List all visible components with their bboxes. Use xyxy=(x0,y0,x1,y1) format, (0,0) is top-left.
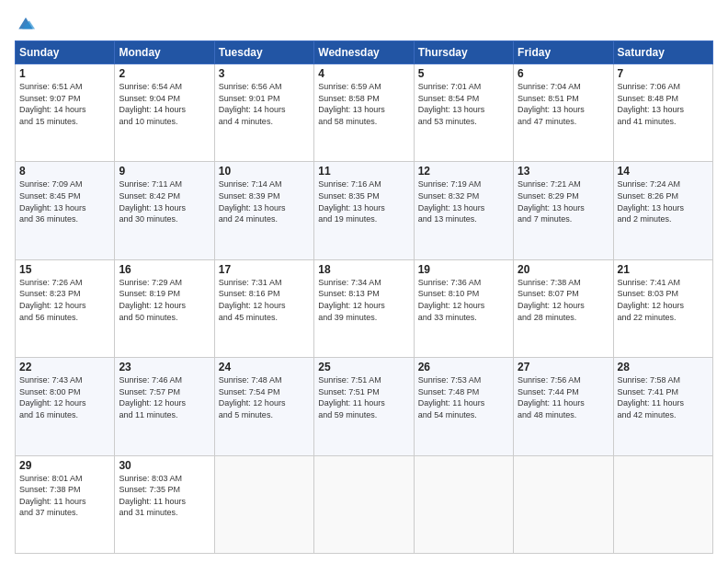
cell-info: Sunrise: 7:58 AM Sunset: 7:41 PM Dayligh… xyxy=(618,374,709,420)
day-number: 11 xyxy=(318,165,409,178)
calendar-cell: 29Sunrise: 8:01 AM Sunset: 7:38 PM Dayli… xyxy=(16,455,115,553)
cell-info: Sunrise: 7:14 AM Sunset: 8:39 PM Dayligh… xyxy=(219,178,310,224)
logo-icon xyxy=(15,15,37,33)
calendar-cell: 24Sunrise: 7:48 AM Sunset: 7:54 PM Dayli… xyxy=(214,358,313,455)
calendar-cell: 21Sunrise: 7:41 AM Sunset: 8:03 PM Dayli… xyxy=(613,259,712,357)
day-number: 1 xyxy=(19,67,110,80)
cell-info: Sunrise: 7:46 AM Sunset: 7:57 PM Dayligh… xyxy=(119,374,210,420)
calendar-cell xyxy=(214,455,313,553)
cell-info: Sunrise: 7:11 AM Sunset: 8:42 PM Dayligh… xyxy=(119,178,210,224)
day-number: 9 xyxy=(119,165,210,178)
day-of-week-wednesday: Wednesday xyxy=(314,41,414,64)
day-of-week-saturday: Saturday xyxy=(613,41,712,64)
calendar-cell xyxy=(514,455,613,553)
calendar-cell: 3Sunrise: 6:56 AM Sunset: 9:01 PM Daylig… xyxy=(214,64,313,162)
cell-info: Sunrise: 7:06 AM Sunset: 8:48 PM Dayligh… xyxy=(618,81,709,127)
calendar-cell: 19Sunrise: 7:36 AM Sunset: 8:10 PM Dayli… xyxy=(414,259,513,357)
cell-info: Sunrise: 7:48 AM Sunset: 7:54 PM Dayligh… xyxy=(219,374,310,420)
day-number: 28 xyxy=(618,361,709,373)
calendar-cell: 11Sunrise: 7:16 AM Sunset: 8:35 PM Dayli… xyxy=(314,162,414,259)
cell-info: Sunrise: 7:36 AM Sunset: 8:10 PM Dayligh… xyxy=(418,277,509,323)
calendar-header-row: SundayMondayTuesdayWednesdayThursdayFrid… xyxy=(16,41,713,64)
day-of-week-sunday: Sunday xyxy=(16,41,115,64)
cell-info: Sunrise: 7:53 AM Sunset: 7:48 PM Dayligh… xyxy=(418,374,509,420)
calendar-cell: 23Sunrise: 7:46 AM Sunset: 7:57 PM Dayli… xyxy=(115,358,214,455)
day-number: 12 xyxy=(418,165,509,178)
calendar-cell: 25Sunrise: 7:51 AM Sunset: 7:51 PM Dayli… xyxy=(314,358,414,455)
cell-info: Sunrise: 8:01 AM Sunset: 7:38 PM Dayligh… xyxy=(19,473,110,519)
day-number: 16 xyxy=(119,263,210,276)
day-number: 15 xyxy=(19,263,110,276)
calendar-cell xyxy=(314,455,414,553)
day-of-week-tuesday: Tuesday xyxy=(214,41,313,64)
day-number: 30 xyxy=(119,459,210,472)
day-of-week-monday: Monday xyxy=(115,41,214,64)
calendar-cell: 10Sunrise: 7:14 AM Sunset: 8:39 PM Dayli… xyxy=(214,162,313,259)
day-number: 27 xyxy=(518,361,609,373)
calendar-cell xyxy=(613,455,712,553)
calendar-cell: 2Sunrise: 6:54 AM Sunset: 9:04 PM Daylig… xyxy=(115,64,214,162)
day-number: 10 xyxy=(219,165,310,178)
cell-info: Sunrise: 7:43 AM Sunset: 8:00 PM Dayligh… xyxy=(19,374,110,420)
cell-info: Sunrise: 7:26 AM Sunset: 8:23 PM Dayligh… xyxy=(19,277,110,323)
header xyxy=(15,15,713,33)
cell-info: Sunrise: 7:51 AM Sunset: 7:51 PM Dayligh… xyxy=(318,374,409,420)
calendar-cell: 15Sunrise: 7:26 AM Sunset: 8:23 PM Dayli… xyxy=(16,259,115,357)
day-number: 14 xyxy=(618,165,709,178)
cell-info: Sunrise: 7:09 AM Sunset: 8:45 PM Dayligh… xyxy=(19,178,110,224)
day-number: 19 xyxy=(418,263,509,276)
calendar-table: SundayMondayTuesdayWednesdayThursdayFrid… xyxy=(15,40,713,554)
calendar-cell: 30Sunrise: 8:03 AM Sunset: 7:35 PM Dayli… xyxy=(115,455,214,553)
calendar-cell: 7Sunrise: 7:06 AM Sunset: 8:48 PM Daylig… xyxy=(613,64,712,162)
calendar-cell: 14Sunrise: 7:24 AM Sunset: 8:26 PM Dayli… xyxy=(613,162,712,259)
day-number: 7 xyxy=(618,67,709,80)
cell-info: Sunrise: 6:56 AM Sunset: 9:01 PM Dayligh… xyxy=(219,81,310,127)
day-number: 21 xyxy=(618,263,709,276)
calendar-cell: 20Sunrise: 7:38 AM Sunset: 8:07 PM Dayli… xyxy=(514,259,613,357)
calendar-cell: 22Sunrise: 7:43 AM Sunset: 8:00 PM Dayli… xyxy=(16,358,115,455)
cell-info: Sunrise: 7:24 AM Sunset: 8:26 PM Dayligh… xyxy=(618,178,709,224)
day-number: 22 xyxy=(19,361,110,373)
day-of-week-friday: Friday xyxy=(514,41,613,64)
calendar-cell: 27Sunrise: 7:56 AM Sunset: 7:44 PM Dayli… xyxy=(514,358,613,455)
calendar-cell: 4Sunrise: 6:59 AM Sunset: 8:58 PM Daylig… xyxy=(314,64,414,162)
cell-info: Sunrise: 6:51 AM Sunset: 9:07 PM Dayligh… xyxy=(19,81,110,127)
calendar-cell xyxy=(414,455,513,553)
calendar-cell: 18Sunrise: 7:34 AM Sunset: 8:13 PM Dayli… xyxy=(314,259,414,357)
day-number: 26 xyxy=(418,361,509,373)
day-number: 6 xyxy=(518,67,609,80)
calendar-cell: 16Sunrise: 7:29 AM Sunset: 8:19 PM Dayli… xyxy=(115,259,214,357)
calendar-cell: 5Sunrise: 7:01 AM Sunset: 8:54 PM Daylig… xyxy=(414,64,513,162)
day-number: 24 xyxy=(219,361,310,373)
calendar-cell: 17Sunrise: 7:31 AM Sunset: 8:16 PM Dayli… xyxy=(214,259,313,357)
calendar-container: SundayMondayTuesdayWednesdayThursdayFrid… xyxy=(0,0,728,563)
cell-info: Sunrise: 7:56 AM Sunset: 7:44 PM Dayligh… xyxy=(518,374,609,420)
day-number: 3 xyxy=(219,67,310,80)
cell-info: Sunrise: 7:41 AM Sunset: 8:03 PM Dayligh… xyxy=(618,277,709,323)
calendar-cell: 28Sunrise: 7:58 AM Sunset: 7:41 PM Dayli… xyxy=(613,358,712,455)
cell-info: Sunrise: 7:19 AM Sunset: 8:32 PM Dayligh… xyxy=(418,178,509,224)
day-number: 17 xyxy=(219,263,310,276)
day-of-week-thursday: Thursday xyxy=(414,41,513,64)
day-number: 25 xyxy=(318,361,409,373)
day-number: 2 xyxy=(119,67,210,80)
day-number: 29 xyxy=(19,459,110,472)
cell-info: Sunrise: 6:54 AM Sunset: 9:04 PM Dayligh… xyxy=(119,81,210,127)
day-number: 5 xyxy=(418,67,509,80)
calendar-cell: 12Sunrise: 7:19 AM Sunset: 8:32 PM Dayli… xyxy=(414,162,513,259)
day-number: 23 xyxy=(119,361,210,373)
day-number: 8 xyxy=(19,165,110,178)
day-number: 20 xyxy=(518,263,609,276)
cell-info: Sunrise: 7:01 AM Sunset: 8:54 PM Dayligh… xyxy=(418,81,509,127)
cell-info: Sunrise: 7:34 AM Sunset: 8:13 PM Dayligh… xyxy=(318,277,409,323)
day-number: 13 xyxy=(518,165,609,178)
calendar-cell: 6Sunrise: 7:04 AM Sunset: 8:51 PM Daylig… xyxy=(514,64,613,162)
day-number: 18 xyxy=(318,263,409,276)
cell-info: Sunrise: 7:04 AM Sunset: 8:51 PM Dayligh… xyxy=(518,81,609,127)
cell-info: Sunrise: 7:38 AM Sunset: 8:07 PM Dayligh… xyxy=(518,277,609,323)
calendar-cell: 1Sunrise: 6:51 AM Sunset: 9:07 PM Daylig… xyxy=(16,64,115,162)
cell-info: Sunrise: 7:21 AM Sunset: 8:29 PM Dayligh… xyxy=(518,178,609,224)
cell-info: Sunrise: 7:31 AM Sunset: 8:16 PM Dayligh… xyxy=(219,277,310,323)
cell-info: Sunrise: 8:03 AM Sunset: 7:35 PM Dayligh… xyxy=(119,473,210,519)
cell-info: Sunrise: 7:29 AM Sunset: 8:19 PM Dayligh… xyxy=(119,277,210,323)
